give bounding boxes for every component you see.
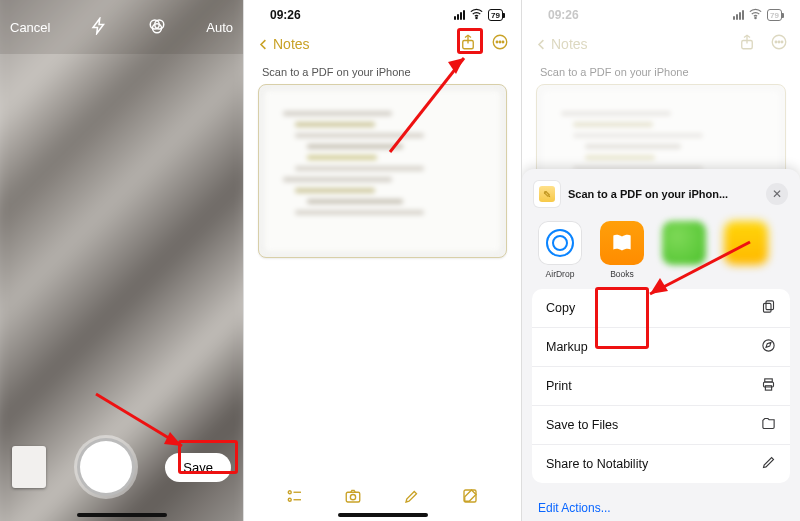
camera-top-bar: Cancel Auto	[0, 0, 243, 54]
app-airdrop[interactable]: AirDrop	[536, 221, 584, 279]
share-app-row: AirDrop Books	[522, 217, 800, 289]
copy-icon	[761, 299, 776, 317]
more-icon[interactable]	[491, 33, 509, 55]
filter-icon[interactable]	[148, 17, 166, 38]
more-icon	[770, 33, 788, 55]
svg-rect-31	[765, 386, 771, 390]
status-icons: 79	[733, 6, 782, 24]
share-sheet-title: Scan to a PDF on your iPhon...	[568, 188, 758, 200]
blurred-app-icon	[662, 221, 706, 265]
action-copy[interactable]: Copy	[532, 289, 790, 327]
airdrop-icon	[538, 221, 582, 265]
battery-icon: 79	[767, 9, 782, 21]
pencil-icon	[761, 455, 776, 473]
shutter-button[interactable]	[77, 438, 135, 496]
action-print[interactable]: Print	[532, 366, 790, 405]
svg-rect-21	[742, 41, 753, 49]
print-icon	[761, 377, 776, 395]
back-label: Notes	[273, 36, 310, 52]
share-icon	[738, 33, 756, 55]
svg-rect-15	[347, 492, 361, 502]
auto-button[interactable]: Auto	[206, 20, 233, 35]
status-time: 09:26	[270, 8, 301, 22]
app-books[interactable]: Books	[598, 221, 646, 279]
app-label: AirDrop	[546, 269, 575, 279]
notes-bottom-toolbar	[244, 487, 521, 509]
share-sheet-thumbnail: ✎	[534, 181, 560, 207]
notes-share-sheet-screen: 09:26 79 Notes Sca	[522, 0, 800, 521]
checklist-icon[interactable]	[286, 487, 304, 509]
notes-app-mini-icon: ✎	[539, 186, 555, 202]
save-button[interactable]: Save	[165, 453, 231, 482]
home-indicator[interactable]	[338, 513, 428, 517]
notes-nav-bar: Notes	[522, 30, 800, 58]
app-blurred-2[interactable]	[722, 221, 770, 279]
svg-point-22	[772, 35, 786, 49]
back-button[interactable]: Notes	[256, 36, 310, 52]
action-share-notability[interactable]: Share to Notability	[532, 444, 790, 483]
markup-toolbar-icon[interactable]	[403, 487, 421, 509]
app-label	[745, 269, 747, 279]
cancel-button[interactable]: Cancel	[10, 20, 50, 35]
action-markup[interactable]: Markup	[532, 327, 790, 366]
svg-point-25	[781, 41, 783, 43]
svg-point-24	[778, 41, 780, 43]
svg-point-13	[288, 498, 291, 501]
battery-icon: 79	[488, 9, 503, 21]
share-icon[interactable]	[459, 33, 477, 55]
close-icon[interactable]: ✕	[766, 183, 788, 205]
notes-note-screen: 09:26 79 Notes Scan to a PDF on your iPh…	[243, 0, 522, 521]
signal-icon	[454, 10, 465, 20]
markup-icon	[761, 338, 776, 356]
action-label: Markup	[546, 340, 588, 354]
wifi-icon	[748, 6, 763, 24]
status-time: 09:26	[548, 8, 579, 22]
svg-rect-26	[766, 301, 774, 310]
svg-point-5	[476, 17, 477, 18]
note-title: Scan to a PDF on your iPhone	[522, 58, 800, 84]
back-label: Notes	[551, 36, 588, 52]
flash-icon[interactable]	[90, 17, 108, 38]
share-sheet: ✎ Scan to a PDF on your iPhon... ✕ AirDr…	[522, 169, 800, 521]
books-icon	[600, 221, 644, 265]
folder-icon	[761, 416, 776, 434]
svg-point-10	[502, 41, 504, 43]
status-bar: 09:26 79	[522, 0, 800, 30]
status-icons: 79	[454, 6, 503, 24]
camera-icon[interactable]	[344, 487, 362, 509]
back-button: Notes	[534, 36, 588, 52]
action-label: Print	[546, 379, 572, 393]
scan-camera-screen: Cancel Auto Save	[0, 0, 243, 521]
note-title: Scan to a PDF on your iPhone	[244, 58, 521, 84]
scanned-document-card[interactable]	[258, 84, 507, 258]
compose-icon[interactable]	[461, 487, 479, 509]
app-blurred-1[interactable]	[660, 221, 708, 279]
svg-rect-27	[764, 303, 772, 312]
svg-point-16	[351, 495, 356, 500]
action-label: Save to Files	[546, 418, 618, 432]
action-label: Share to Notability	[546, 457, 648, 471]
svg-point-8	[496, 41, 498, 43]
wifi-icon	[469, 6, 484, 24]
camera-bottom-bar: Save	[0, 431, 243, 521]
app-label: Books	[610, 269, 634, 279]
svg-point-9	[499, 41, 501, 43]
edit-actions-link[interactable]: Edit Actions...	[522, 491, 800, 517]
svg-point-28	[763, 340, 774, 351]
app-label	[683, 269, 685, 279]
notes-nav-bar: Notes	[244, 30, 521, 58]
svg-point-11	[288, 491, 291, 494]
share-action-list: Copy Markup Print Save to Files	[532, 289, 790, 483]
blurred-app-icon	[724, 221, 768, 265]
svg-point-23	[775, 41, 777, 43]
action-save-to-files[interactable]: Save to Files	[532, 405, 790, 444]
home-indicator[interactable]	[77, 513, 167, 517]
status-bar: 09:26 79	[244, 0, 521, 30]
svg-point-20	[755, 17, 756, 18]
scan-thumbnail[interactable]	[12, 446, 46, 488]
signal-icon	[733, 10, 744, 20]
share-sheet-header: ✎ Scan to a PDF on your iPhon... ✕	[522, 177, 800, 217]
scanned-document-preview	[265, 91, 500, 251]
action-label: Copy	[546, 301, 575, 315]
